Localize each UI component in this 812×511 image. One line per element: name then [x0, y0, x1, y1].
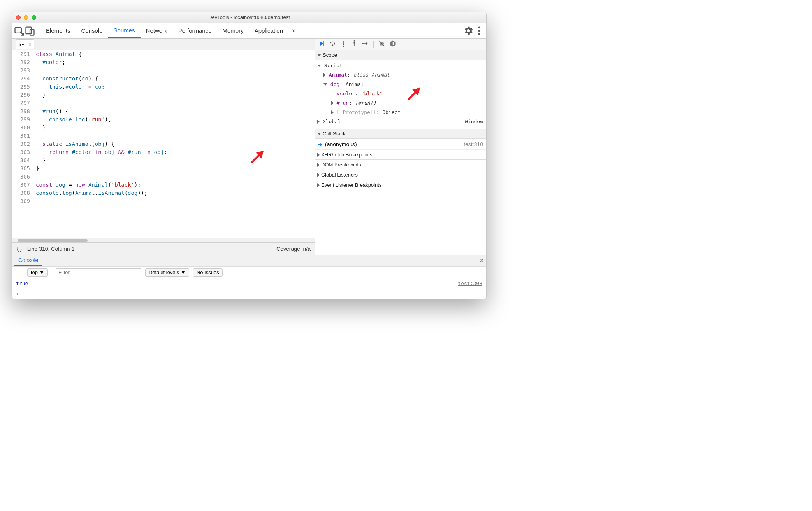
file-tab-label: test — [19, 42, 27, 47]
chevron-down-icon — [317, 133, 321, 135]
scope-body: Script Animal: class Animal dog: Animal … — [315, 60, 486, 129]
chevron-right-icon — [331, 101, 334, 105]
svg-point-10 — [343, 46, 344, 47]
svg-rect-14 — [392, 42, 393, 45]
status-bar: {} Line 310, Column 1 Coverage: n/a — [12, 242, 315, 255]
resume-icon[interactable] — [318, 40, 325, 49]
window-title: DevTools - localhost:8080/demo/test — [12, 14, 486, 20]
step-icon[interactable] — [362, 40, 369, 49]
horizontal-scrollbar[interactable] — [12, 238, 315, 242]
callstack-label: Call Stack — [323, 131, 346, 136]
tab-application[interactable]: Application — [249, 23, 288, 38]
console-value: true — [16, 279, 28, 288]
window-controls — [16, 15, 36, 20]
file-tab-test[interactable]: test × — [16, 39, 34, 49]
scope-prop-prototype[interactable]: [[Prototype]]: Object — [315, 108, 486, 117]
settings-icon[interactable] — [463, 25, 474, 36]
more-tabs-icon[interactable]: » — [288, 25, 299, 36]
chevron-down-icon — [317, 54, 321, 56]
console-prompt[interactable]: › — [12, 289, 486, 299]
pause-exceptions-icon[interactable] — [389, 40, 396, 49]
drawer-tab-console[interactable]: Console — [14, 255, 42, 266]
global-listeners-header[interactable]: Global Listeners — [315, 170, 486, 180]
svg-point-12 — [362, 43, 364, 44]
annotation-arrow-icon — [209, 140, 265, 175]
step-into-icon[interactable] — [340, 40, 347, 49]
separator — [373, 41, 374, 48]
step-over-icon[interactable] — [329, 40, 336, 49]
current-frame-icon: ➔ — [318, 141, 323, 147]
svg-point-3 — [478, 26, 480, 28]
dom-breakpoints-header[interactable]: DOM Breakpoints — [315, 160, 486, 170]
close-icon[interactable]: × — [28, 41, 32, 47]
chevron-down-icon — [323, 83, 327, 86]
scope-prop-color[interactable]: #color: "black" — [315, 89, 486, 98]
code-content: class Animal { #color; constructor(co) {… — [33, 50, 315, 238]
minimize-window-button[interactable] — [24, 15, 28, 20]
tab-performance[interactable]: Performance — [173, 23, 217, 38]
chevron-right-icon — [317, 153, 320, 157]
console-source-link[interactable]: test:308 — [458, 279, 482, 288]
log-levels-selector[interactable]: Default levels ▼ — [145, 268, 189, 276]
chevron-down-icon — [317, 65, 321, 67]
scope-global-row[interactable]: Global Window — [315, 117, 486, 126]
titlebar: DevTools - localhost:8080/demo/test — [12, 12, 486, 23]
chevron-down-icon: ▼ — [39, 270, 44, 275]
scope-var-dog[interactable]: dog: Animal — [315, 80, 486, 89]
deactivate-breakpoints-icon[interactable] — [378, 40, 385, 49]
svg-point-4 — [478, 30, 480, 32]
line-gutter: 2912922932942952962972982993003013023033… — [12, 50, 33, 238]
svg-rect-8 — [323, 41, 324, 46]
devtools-window: DevTools - localhost:8080/demo/test Elem… — [12, 12, 487, 299]
chevron-right-icon — [331, 110, 334, 114]
close-drawer-icon[interactable]: × — [480, 257, 484, 265]
inspect-icon[interactable] — [14, 25, 25, 36]
svg-rect-1 — [26, 27, 32, 34]
context-selector[interactable]: top ▼ — [27, 268, 48, 276]
callstack-frame[interactable]: ➔ (anonymous) test:310 — [315, 139, 486, 150]
chevron-right-icon — [317, 183, 320, 187]
xhr-breakpoints-header[interactable]: XHR/fetch Breakpoints — [315, 150, 486, 160]
close-window-button[interactable] — [16, 15, 21, 20]
scrollbar-thumb[interactable] — [18, 239, 88, 242]
scope-var-animal[interactable]: Animal: class Animal — [315, 70, 486, 80]
device-toggle-icon[interactable] — [25, 25, 35, 36]
svg-point-9 — [332, 45, 333, 46]
issues-button[interactable]: No Issues — [193, 268, 223, 276]
file-tab-bar: test × — [12, 38, 315, 50]
scope-section-header[interactable]: Scope — [315, 50, 486, 60]
chevron-down-icon: ▼ — [181, 270, 186, 275]
step-out-icon[interactable] — [351, 40, 358, 49]
console-drawer: Console × top ▼ Default levels ▼ — [12, 255, 486, 299]
svg-rect-2 — [30, 29, 34, 35]
tab-elements[interactable]: Elements — [40, 23, 76, 38]
chevron-right-icon — [323, 73, 326, 77]
annotation-arrow-icon — [404, 85, 422, 105]
main-split: test × 291292293294295296297298299300301… — [12, 38, 486, 255]
console-output: true test:308 › — [12, 278, 486, 299]
scope-label: Scope — [323, 52, 337, 58]
scope-prop-run[interactable]: #run: f #run() — [315, 98, 486, 108]
drawer-tabs: Console × — [12, 255, 486, 267]
tab-memory[interactable]: Memory — [217, 23, 249, 38]
zoom-window-button[interactable] — [32, 15, 36, 20]
braces-icon[interactable]: {} — [16, 246, 23, 252]
debugger-toolbar — [315, 38, 486, 50]
scope-script-row[interactable]: Script — [315, 61, 486, 70]
event-listener-breakpoints-header[interactable]: Event Listener Breakpoints — [315, 180, 486, 190]
tab-console[interactable]: Console — [76, 23, 108, 38]
frame-location: test:310 — [464, 141, 483, 147]
code-editor[interactable]: 2912922932942952962972982993003013023033… — [12, 50, 315, 238]
filter-input[interactable] — [56, 268, 141, 277]
frame-name: (anonymous) — [325, 141, 357, 147]
kebab-menu-icon[interactable] — [474, 25, 485, 36]
tab-sources[interactable]: Sources — [108, 23, 141, 38]
coverage-label: Coverage: n/a — [276, 246, 311, 252]
debugger-pane: Scope Script Animal: class Animal dog: A… — [315, 38, 486, 255]
cursor-position: Line 310, Column 1 — [27, 246, 74, 252]
chevron-right-icon — [317, 163, 320, 167]
tab-network[interactable]: Network — [141, 23, 173, 38]
chevron-right-icon — [317, 173, 320, 177]
chevron-right-icon — [317, 120, 320, 124]
callstack-section-header[interactable]: Call Stack — [315, 129, 486, 139]
